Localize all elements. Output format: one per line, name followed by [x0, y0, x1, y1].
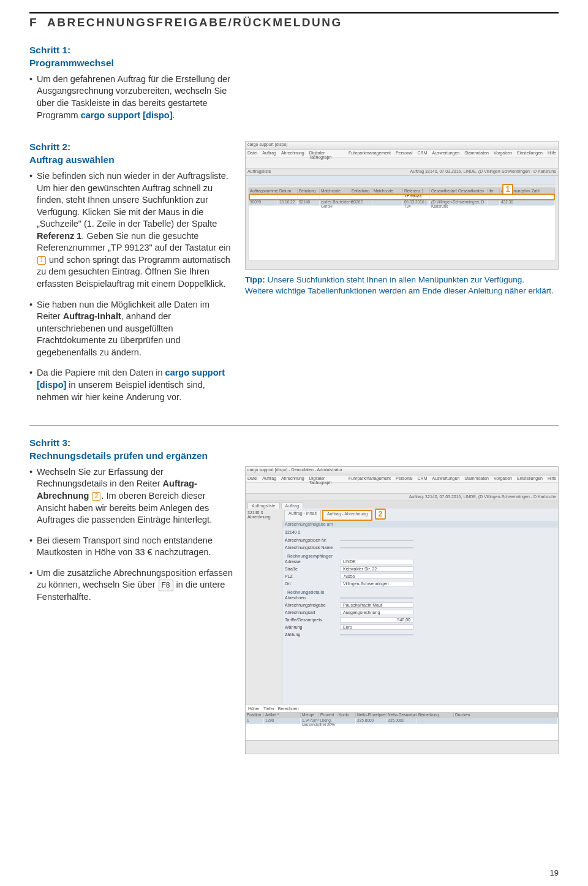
inner-tabs: Auftrag - Inhalt Auftrag - Abrechnung 2 — [282, 509, 558, 521]
step2-title: Schritt 2:Auftrag auswählen — [29, 141, 233, 167]
outer-tabs: Auftragsliste Auftrag — [246, 501, 558, 509]
detail-grid: Abrechnungsbloch Nr. Abrechnungsblock Na… — [282, 534, 558, 641]
step3-bullet-2: Bei diesem Transport sind noch entstande… — [29, 535, 233, 559]
step3-bullet-3: Um die zusätzliche Abrechnungsposition e… — [29, 567, 233, 604]
step3-list: Wechseln Sie zur Erfassung der Rechnungs… — [29, 466, 233, 604]
window-titlebar-2: cargo support [dispo] - Demodaten - Admi… — [246, 467, 558, 475]
screenshot-2: cargo support [dispo] - Demodaten - Admi… — [245, 466, 559, 754]
window-titlebar: cargo support [dispo] — [246, 142, 558, 150]
step2-list: Sie befinden sich nun wieder in der Auft… — [29, 170, 233, 403]
bottom-grid-header: Position Artikel * Menge Prozent Konto N… — [246, 712, 558, 718]
table-data-row: 90099 18.10.22 52140 codes.Bauteiderite … — [249, 200, 555, 206]
page-number: 19 — [550, 868, 559, 877]
section-title: F ABRECHNUNGSFREIGABE/RÜCKMELDUNG — [29, 16, 559, 29]
keycap-f8: F8 — [159, 580, 173, 591]
window-menubar-2: DateiAuftragAbrechnungDigitaler Tachogra… — [246, 475, 558, 483]
bottom-grid: Höher Tiefer Berechnen Position Artikel … — [246, 705, 558, 748]
table-area: Auftragsnummer Datum Beladung Matchcode … — [248, 187, 556, 260]
detail-abrechnungsinfo: 32140 2 — [282, 528, 558, 534]
step3-bullet-1: Wechseln Sie zur Erfassung der Rechnungs… — [29, 466, 233, 526]
marker-1: 1 — [502, 184, 513, 195]
tip: Tipp: Unsere Suchfunktion steht Ihnen in… — [245, 275, 559, 297]
window-statusbar-2: Auftrag: 32140, 07.03.2016, LINDE, (D Vi… — [246, 494, 558, 501]
step1-title: Schritt 1:Programmwechsel — [29, 44, 559, 70]
step2-bullet-1: Sie befinden sich nun wieder in der Auft… — [29, 170, 233, 290]
step2-bullet-2: Sie haben nun die Möglichkeit alle Daten… — [29, 299, 233, 359]
inline-marker-2: 2 — [92, 492, 100, 501]
window-toolbar — [246, 157, 558, 168]
step2-bullet-3: Da die Papiere mit den Daten in cargo su… — [29, 367, 233, 403]
marker-2: 2 — [375, 509, 386, 520]
bottom-grid-row: 1 1290 1,9472m³ Lkeng, sauserstoffrei 20… — [246, 718, 558, 724]
step3-title: Schritt 3:Rechnungsdetails prüfen und er… — [29, 437, 559, 463]
highlight-tab-abrechnung: Auftrag - Abrechnung — [322, 510, 372, 521]
left-pane: 32140 3 Abrechnung — [246, 509, 282, 705]
window-statusbar: Auftrag 32140, 07.03.2016, LINDE, (D Vil… — [246, 168, 558, 176]
bottom-footer — [246, 740, 558, 748]
step1-list: Um den gefahrenen Auftrag für die Erstel… — [29, 74, 238, 121]
step1-bullet: Um den gefahrenen Auftrag für die Erstel… — [29, 74, 238, 121]
freigabe-row: Abrechnungsfreigabe am — [282, 521, 558, 528]
inline-marker-1: 1 — [37, 256, 46, 265]
window-menubar: DateiAuftragAbrechnungDigitaler Tachogra… — [246, 150, 558, 157]
screenshot-1: cargo support [dispo] DateiAuftragAbrech… — [245, 141, 559, 270]
window-toolbar-2 — [246, 483, 558, 494]
separator-rule — [29, 425, 559, 426]
